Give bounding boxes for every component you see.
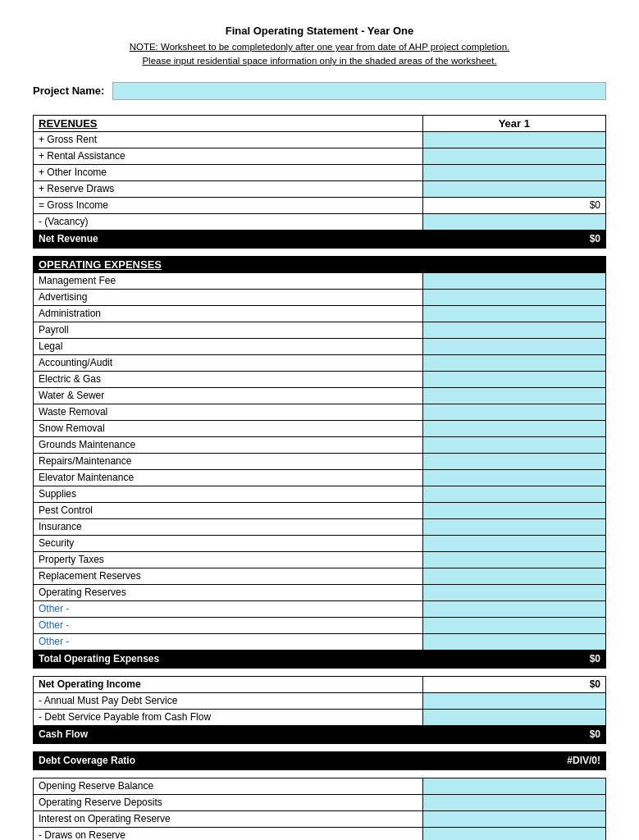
security-row: Security [34,535,606,551]
table-row: Replacement Reserves [34,568,606,584]
project-name-label: Project Name: [33,84,104,97]
table-row: - (Vacancy) [34,213,606,230]
operating-reserve-deposits-row: Operating Reserve Deposits [34,794,606,810]
grounds-maintenance-row: Grounds Maintenance [34,436,606,453]
total-operating-expenses-row: Total Operating Expenses $0 [34,650,606,668]
table-row: Management Fee [34,272,606,289]
table-row: Insurance [34,518,606,535]
year1-header: Year 1 [422,115,605,131]
page-subtitle: NOTE: Worksheet to be completedonly afte… [33,40,606,69]
spacer [34,248,606,256]
opening-reserve-row: Opening Reserve Balance [34,778,606,794]
net-operating-income-row: Net Operating Income $0 [34,676,606,692]
table-row: Pest Control [34,502,606,518]
table-row: Water & Sewer [34,387,606,404]
revenues-header-row: REVENUES Year 1 [34,115,606,131]
table-row: Operating Reserves [34,584,606,600]
cash-flow-row: Cash Flow $0 [34,725,606,743]
interest-reserve-row: Interest on Operating Reserve [34,810,606,827]
annual-debt-service-row: - Annual Must Pay Debt Service [34,692,606,709]
snow-removal-row: Snow Removal [34,420,606,436]
table-row: Waste Removal [34,404,606,420]
other-row-3: Other - [34,633,606,650]
debt-service-cashflow-row: - Debt Service Payable from Cash Flow [34,709,606,725]
table-row: Accounting/Audit [34,354,606,371]
repairs-maintenance-row: Repairs/Maintenance [34,453,606,469]
table-row: Administration [34,305,606,322]
financial-table: REVENUES Year 1 + Gross Rent + Rental As… [33,115,606,841]
project-name-input[interactable] [112,82,606,100]
gross-income-row: = Gross Income $0 [34,197,606,213]
property-taxes-row: Property Taxes [34,551,606,568]
revenues-header: REVENUES [34,115,423,131]
spacer [34,668,606,676]
table-row: Advertising [34,289,606,305]
spacer [34,769,606,778]
table-row: Supplies [34,486,606,502]
table-row: + Gross Rent [34,131,606,148]
other-row-1: Other - [34,600,606,617]
spacer [34,743,606,751]
operating-expenses-header-row: OPERATING EXPENSES [34,256,606,272]
draws-reserve-row: - Draws on Reserve [34,827,606,840]
debt-coverage-row: Debt Coverage Ratio #DIV/0! [34,751,606,769]
table-row: + Rental Assistance [34,148,606,164]
other-row-2: Other - [34,617,606,633]
net-revenue-row: Net Revenue $0 [34,230,606,248]
page-title: Final Operating Statement - Year One [33,25,606,37]
table-row: Payroll [34,322,606,338]
table-row: + Reserve Draws [34,180,606,197]
table-row: Elevator Maintenance [34,469,606,486]
table-row: + Other Income [34,164,606,180]
table-row: Legal [34,338,606,354]
table-row: Electric & Gas [34,371,606,387]
